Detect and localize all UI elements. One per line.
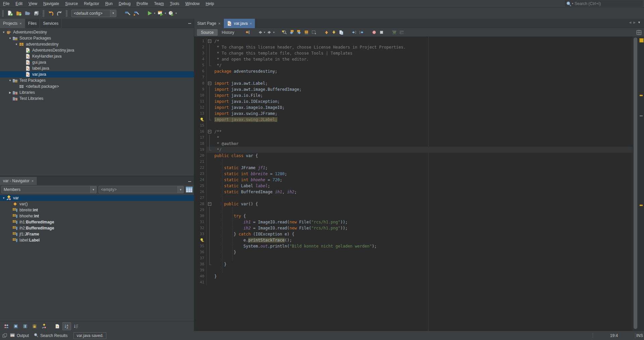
scroll-tabs-right-icon[interactable]: ▶ [633, 21, 636, 24]
menu-window[interactable]: Window [182, 0, 203, 7]
expander-open-icon[interactable]: ▼ [8, 37, 12, 40]
menu-team[interactable]: Team [151, 0, 167, 7]
menu-tools[interactable]: Tools [167, 0, 182, 7]
tree-item-adventuresdestiny[interactable]: ▼AdventuresDestiny [0, 29, 194, 35]
code-line-21[interactable]: 21 [194, 159, 633, 165]
code-line-16[interactable]: 16/** [194, 129, 633, 135]
tab-navigator[interactable]: var - Navigator × [0, 177, 37, 185]
code-fold-toggle[interactable] [207, 201, 213, 207]
tree-item-bbreite[interactable]: bbreite : int [0, 207, 194, 213]
tree-item-test-libraries[interactable]: Test Libraries [0, 95, 194, 101]
code-fold-toggle[interactable] [207, 129, 213, 135]
code-line-31[interactable]: 31 ih1 = ImageIO.read(new File("rcs/h1.p… [194, 219, 633, 225]
code-line-15[interactable]: 15 [194, 123, 633, 129]
previous-occurrence-icon[interactable] [323, 29, 330, 36]
code-line-23[interactable]: 23 static int bbreite = 1280; [194, 171, 633, 177]
tree-item-ih2[interactable]: ih2 : BufferedImage [0, 225, 194, 231]
tree-item--default-package-[interactable]: <default package> [0, 83, 194, 89]
menu-profile[interactable]: Profile [133, 0, 151, 7]
file-status-warning-badge[interactable] [639, 38, 644, 43]
tree-item-jf1[interactable]: jf1 : JFrame [0, 231, 194, 237]
toggle-highlight-icon[interactable] [337, 29, 345, 36]
tab-files[interactable]: Files [25, 19, 40, 28]
close-icon[interactable]: × [19, 21, 21, 25]
scroll-tabs-left-icon[interactable]: ◀ [629, 21, 631, 24]
code-line-17[interactable]: 17 * [194, 135, 633, 141]
code-line-19[interactable]: 19 */ [194, 147, 633, 153]
redo-icon[interactable] [55, 9, 64, 18]
close-icon[interactable]: × [32, 179, 34, 183]
config-dropdown[interactable]: <default config>▼ [71, 10, 116, 17]
scrollbar-thumb[interactable] [634, 38, 637, 329]
chevron-down-icon[interactable]: ▾ [264, 31, 265, 34]
code-line-8[interactable]: 8import java.awt.Label; [194, 80, 633, 86]
menu-help[interactable]: Help [203, 0, 217, 7]
code-line-32[interactable]: 32 ih2 = ImageIO.read(new File("rcs/h1.p… [194, 225, 633, 231]
tree-item-adventuresdestiny-java[interactable]: AdventuresDestiny.java [0, 47, 194, 53]
code-editor[interactable]: 1/*2 * To change this license header, ch… [194, 37, 633, 331]
search-input[interactable]: Search (Ctrl+I) [575, 1, 601, 6]
chevron-down-icon[interactable]: ▼ [177, 186, 183, 193]
menu-source[interactable]: Source [62, 0, 81, 7]
chevron-down-icon[interactable]: ▼ [90, 186, 96, 193]
chevron-down-icon[interactable]: ▼ [110, 10, 116, 17]
tree-item-adventuresdestiny[interactable]: ▼adventuresdestiny [0, 41, 194, 47]
editor-tab-var-java[interactable]: var.java× [224, 19, 255, 28]
code-line-36[interactable]: 36 } [194, 249, 633, 255]
tree-item-var-java[interactable]: var.java [0, 71, 194, 77]
previous-bookmark-icon[interactable] [288, 29, 295, 36]
rectangular-selection-icon[interactable] [310, 29, 317, 36]
code-line-26[interactable]: 26 static BufferedImage ih1, ih2; [194, 189, 633, 195]
toolbar-grip[interactable] [2, 10, 4, 17]
find-selection-icon[interactable] [280, 29, 288, 36]
filter-dropdown[interactable]: <empty> ▼ [99, 186, 184, 193]
tree-item-test-packages[interactable]: ▼Test Packages [0, 77, 194, 83]
warning-mark-line-14[interactable] [640, 95, 643, 96]
tree-item-keyhandler-java[interactable]: KeyHandler.java [0, 53, 194, 59]
expander-closed-icon[interactable]: ▶ [8, 91, 12, 94]
view-selector-dropdown[interactable]: Members ▼ [1, 186, 97, 193]
code-line-28[interactable]: 28 public var() { [194, 201, 633, 207]
shift-right-icon[interactable] [358, 29, 365, 36]
code-line-2[interactable]: 2 * To change this license header, choos… [194, 44, 633, 50]
tab-list-dropdown-icon[interactable]: ▼ [638, 21, 641, 24]
code-line-27[interactable]: 27 [194, 195, 633, 201]
tree-item-var[interactable]: ▼var [0, 195, 194, 201]
record-macro-icon[interactable] [370, 29, 378, 36]
uncomment-icon[interactable] [398, 29, 405, 36]
tree-item-label[interactable]: label : Label [0, 237, 194, 243]
sort-alpha-icon[interactable]: AZ [62, 322, 71, 330]
expander-open-icon[interactable]: ▼ [14, 43, 19, 46]
menu-run[interactable]: Run [102, 0, 116, 7]
toggle-bookmark-icon[interactable] [303, 29, 310, 36]
next-bookmark-icon[interactable] [295, 29, 303, 36]
code-line-12[interactable]: 12import javax.imageio.ImageIO; [194, 105, 633, 111]
profile-icon[interactable] [167, 9, 175, 18]
code-line-7[interactable]: 7 [194, 74, 633, 80]
code-line-1[interactable]: 1/* [194, 38, 633, 44]
dock-window-icon[interactable] [2, 333, 7, 338]
tree-item-label-java[interactable]: label.java [0, 65, 194, 71]
code-line-18[interactable]: 18 * @author [194, 141, 633, 147]
editor-scrollbar[interactable] [633, 37, 639, 331]
tree-item-source-packages[interactable]: ▼Source Packages [0, 35, 194, 41]
tree-item-libraries[interactable]: ▶Libraries [0, 89, 194, 95]
code-line-35[interactable]: 35 System.out.println("Bild konnte nicht… [194, 243, 633, 249]
code-line-30[interactable]: 30 try { [194, 213, 633, 219]
close-icon[interactable]: × [250, 21, 252, 25]
code-line-33[interactable]: 33 } catch (IOException e) { [194, 231, 633, 237]
tab-projects[interactable]: Projects× [0, 19, 25, 28]
show-inner-classes-icon[interactable] [40, 322, 48, 330]
split-editor-icon[interactable] [636, 29, 642, 36]
new-file-icon[interactable] [6, 9, 14, 18]
expander-open-icon[interactable]: ▼ [1, 197, 6, 200]
caret-mark-line-19[interactable] [640, 116, 643, 116]
sort-source-icon[interactable] [72, 322, 80, 330]
expander-open-icon[interactable]: ▼ [8, 79, 12, 82]
code-line-41[interactable]: 41 [194, 279, 633, 285]
last-edit-icon[interactable] [244, 29, 251, 36]
show-fields-icon[interactable] [11, 322, 20, 330]
close-icon[interactable]: × [218, 21, 220, 25]
menu-refactor[interactable]: Refactor [81, 0, 102, 7]
code-line-14[interactable]: import javax.swing.JLabel; [194, 117, 633, 123]
